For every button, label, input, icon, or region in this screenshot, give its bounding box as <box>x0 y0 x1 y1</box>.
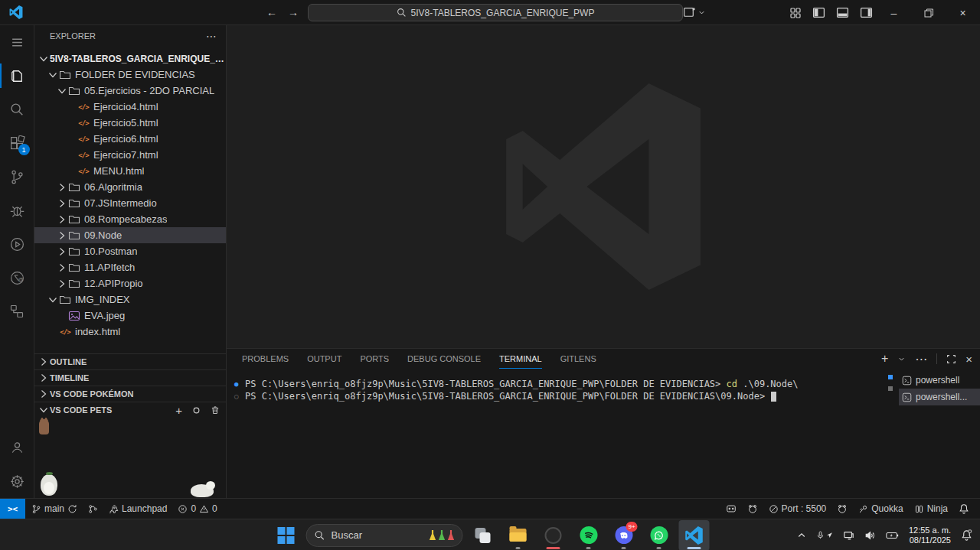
section-vs-code-pets[interactable]: VS CODE PETS+ <box>34 402 226 418</box>
task-view-button[interactable] <box>468 520 498 550</box>
terminal-instance[interactable]: powershell <box>899 372 980 389</box>
toggle-secondary-sidebar-icon[interactable] <box>860 6 873 19</box>
terminal-output[interactable]: ●PS C:\Users\enriq_o8fjz9p\Music\5IV8-TA… <box>234 378 884 402</box>
pet-status-icon[interactable] <box>743 500 763 517</box>
file-explorer-button[interactable] <box>503 520 534 550</box>
tree-item-08-rompecabezas[interactable]: 08.Rompecabezas <box>34 211 226 227</box>
pet-status-icon-2[interactable] <box>832 500 852 517</box>
tree-item-07-jsintermedio[interactable]: 07.JSIntermedio <box>34 195 226 211</box>
panel-tab-terminal[interactable]: TERMINAL <box>499 349 542 369</box>
tree-item-ejercicio7-html[interactable]: </>Ejercicio7.html <box>34 147 226 163</box>
panel-tab-ports[interactable]: PORTS <box>360 349 389 369</box>
pet-duck[interactable] <box>191 484 214 497</box>
close-panel-icon[interactable]: × <box>965 353 972 366</box>
ninja-status[interactable]: Ninja <box>910 500 952 517</box>
new-terminal-icon[interactable]: + <box>881 352 888 366</box>
ball-icon[interactable] <box>193 407 200 414</box>
toggle-panel-icon[interactable] <box>836 6 849 19</box>
panel-tab-problems[interactable]: PROBLEMS <box>242 349 289 369</box>
run-circle-icon[interactable] <box>0 227 34 261</box>
command-center-search[interactable]: 5IV8-TABLEROS_GARCIA_ENRIQUE_PWP <box>308 4 683 21</box>
explorer-more-actions-icon[interactable]: ⋯ <box>206 30 217 42</box>
close-button[interactable]: × <box>946 0 980 25</box>
customize-layout-icon[interactable] <box>683 6 696 19</box>
tree-item-5iv8-tableros-garcia-enrique-pwp[interactable]: 5IV8-TABLEROS_GARCIA_ENRIQUE_PWP <box>34 50 226 67</box>
tray-notifications-bell-icon[interactable] <box>961 529 972 541</box>
tree-item-img-index[interactable]: IMG_INDEX <box>34 291 226 308</box>
tree-item-menu-html[interactable]: </>MENU.html <box>34 163 226 179</box>
panel-tab-debug-console[interactable]: DEBUG CONSOLE <box>407 349 481 369</box>
pokemon-status-icon[interactable] <box>721 500 741 517</box>
panel-more-icon[interactable]: ⋯ <box>915 352 927 366</box>
gitlens-graph-button[interactable] <box>83 500 103 517</box>
panel-tab-output[interactable]: OUTPUT <box>307 349 341 369</box>
commit-graph-icon <box>88 504 98 514</box>
terminal-cursor <box>771 392 776 402</box>
browser-app-button[interactable] <box>538 520 569 550</box>
restore-button[interactable] <box>911 0 946 25</box>
account-icon[interactable] <box>0 431 34 464</box>
problems-status[interactable]: 0 0 <box>173 500 221 517</box>
add-pet-icon[interactable]: + <box>175 404 182 417</box>
section-outline[interactable]: OUTLINE <box>34 353 226 369</box>
port-status[interactable]: Port : 5500 <box>764 500 831 517</box>
tree-item-ejercicio4-html[interactable]: </>Ejercicio4.html <box>34 99 226 115</box>
terminal-dropdown-icon[interactable] <box>897 355 906 363</box>
tree-item-ejercicio5-html[interactable]: </>Ejercicio5.html <box>34 115 226 131</box>
extensions-icon[interactable]: 1 <box>0 126 34 160</box>
start-button[interactable] <box>271 520 302 550</box>
live-share-icon[interactable]: @ <box>0 261 34 295</box>
battery-icon[interactable] <box>886 531 899 540</box>
section-timeline[interactable]: TIMELINE <box>34 369 226 386</box>
tray-clock[interactable]: 12:55 a. m. 08/11/2025 <box>909 526 951 545</box>
pet-totoro[interactable] <box>41 474 57 496</box>
tree-item-index-html[interactable]: </>index.html <box>34 324 226 340</box>
panel-tab-gitlens[interactable]: GITLENS <box>560 349 596 369</box>
remote-explorer-icon[interactable] <box>0 295 34 328</box>
discord-button[interactable]: 9+ <box>609 520 639 550</box>
minimize-button[interactable]: – <box>877 0 911 25</box>
tray-mic-location[interactable] <box>816 530 833 540</box>
explorer-icon[interactable] <box>0 59 34 93</box>
remote-indicator[interactable]: >< <box>0 499 25 519</box>
spotify-button[interactable] <box>573 520 604 550</box>
tree-item-05-ejercicios-2do-parcial[interactable]: 05.Ejercicios - 2DO PARCIAL <box>34 83 226 99</box>
forward-button[interactable]: → <box>288 6 299 18</box>
cast-display-icon[interactable] <box>843 530 854 541</box>
search-icon[interactable] <box>0 93 34 126</box>
taskbar-search[interactable]: Buscar <box>306 524 463 547</box>
chevron-down-icon[interactable] <box>697 8 706 17</box>
whatsapp-button[interactable] <box>644 520 675 550</box>
tray-chevron-up-icon[interactable] <box>797 531 806 540</box>
chevron-right-icon <box>56 262 68 274</box>
tree-item-09-node[interactable]: 09.Node <box>34 227 226 243</box>
terminal-scrollbar[interactable] <box>888 375 894 490</box>
source-control-icon[interactable] <box>0 160 34 194</box>
branch-status[interactable]: main <box>27 500 82 517</box>
whatsapp-icon <box>650 526 668 544</box>
tree-item-06-algoritmia[interactable]: 06.Algoritmia <box>34 179 226 195</box>
tree-item-ejercicio6-html[interactable]: </>Ejercicio6.html <box>34 131 226 147</box>
quokka-status[interactable]: Quokka <box>854 500 907 517</box>
menu-hamburger-icon[interactable] <box>0 25 34 59</box>
pet-cat[interactable] <box>39 419 49 434</box>
back-button[interactable]: ← <box>266 6 277 18</box>
debug-bug-icon[interactable] <box>0 194 34 227</box>
tree-item-folder-de-evidencias[interactable]: FOLDER DE EVIDENCIAS <box>34 67 226 83</box>
settings-gear-icon[interactable] <box>0 464 34 498</box>
toggle-sidebar-icon[interactable] <box>812 6 825 19</box>
layout-grid-icon[interactable] <box>789 7 802 19</box>
section-vs-code-pok-mon[interactable]: VS CODE POKÉMON <box>34 386 226 402</box>
tree-item-11-apifetch[interactable]: 11.APIfetch <box>34 259 226 275</box>
launchpad-button[interactable]: Launchpad <box>104 500 172 517</box>
tree-item-eva-jpeg[interactable]: EVA.jpeg <box>34 308 226 324</box>
tree-item-12-apipropio[interactable]: 12.APIPropio <box>34 275 226 291</box>
maximize-panel-icon[interactable] <box>946 354 956 364</box>
panel-tabs: PROBLEMSOUTPUTPORTSDEBUG CONSOLETERMINAL… <box>242 349 596 369</box>
speaker-icon[interactable] <box>864 530 876 541</box>
trash-icon[interactable] <box>211 405 220 415</box>
vscode-taskbar-button[interactable] <box>679 520 710 550</box>
tree-item-10-postman[interactable]: 10.Postman <box>34 243 226 259</box>
notifications-bell-icon[interactable] <box>954 500 974 517</box>
terminal-instance[interactable]: powershell... <box>899 389 980 405</box>
